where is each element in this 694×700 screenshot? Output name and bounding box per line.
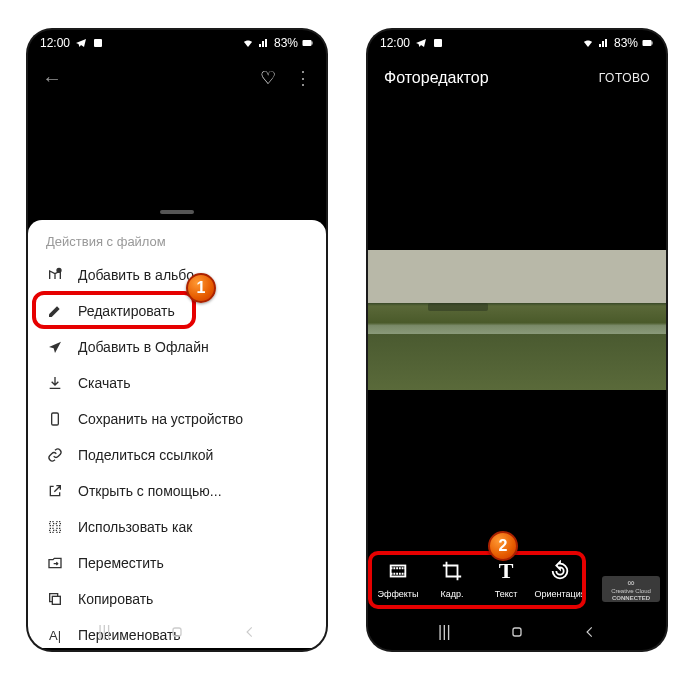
- highlight-edit: [32, 291, 196, 329]
- nav-bar: |||: [28, 614, 326, 650]
- phone-right: 12:00 83% Фоторедактор ГОТОВО 2 Эффекты: [368, 30, 666, 650]
- favorite-icon[interactable]: ♡: [260, 67, 276, 89]
- menu-share-link[interactable]: Поделиться ссылкой: [28, 437, 326, 473]
- wifi-icon: [582, 37, 595, 50]
- menu-download[interactable]: Скачать: [28, 365, 326, 401]
- menu-label: Скачать: [78, 375, 131, 391]
- phone-left: 12:00 83% ← ♡ ⋮ Действия с файлом Добави…: [28, 30, 326, 650]
- battery-text: 83%: [614, 36, 638, 50]
- status-bar: 12:00 83%: [368, 30, 666, 56]
- link-icon: [46, 446, 64, 464]
- signal-icon: [598, 37, 611, 50]
- creative-cloud-badge: ∞ Creative Cloud CONNECTED: [602, 576, 660, 602]
- menu-label: Добавить в Офлайн: [78, 339, 209, 355]
- cc-line1: Creative Cloud: [611, 588, 651, 595]
- signal-icon: [258, 37, 271, 50]
- done-button[interactable]: ГОТОВО: [599, 71, 650, 85]
- nav-home[interactable]: [167, 622, 187, 642]
- use-as-icon: [46, 518, 64, 536]
- sheet-title: Действия с файлом: [28, 234, 326, 257]
- move-icon: [46, 554, 64, 572]
- svg-rect-4: [52, 413, 59, 425]
- copy-icon: [46, 590, 64, 608]
- nav-home[interactable]: [507, 622, 527, 642]
- offline-icon: [46, 338, 64, 356]
- svg-rect-6: [173, 628, 181, 636]
- menu-move[interactable]: Переместить: [28, 545, 326, 581]
- telegram-icon: [414, 37, 427, 50]
- status-time: 12:00: [40, 36, 70, 50]
- download-icon: [46, 374, 64, 392]
- top-bar: ← ♡ ⋮: [28, 56, 326, 100]
- status-time: 12:00: [380, 36, 410, 50]
- nav-recent[interactable]: |||: [434, 622, 454, 642]
- telegram-icon: [74, 37, 87, 50]
- menu-label: Копировать: [78, 591, 153, 607]
- svg-rect-1: [303, 40, 312, 46]
- action-sheet: Действия с файлом Добавить в альбо... 1 …: [28, 220, 326, 648]
- menu-save-device[interactable]: Сохранить на устройство: [28, 401, 326, 437]
- svg-rect-5: [52, 596, 60, 604]
- menu-use-as[interactable]: Использовать как: [28, 509, 326, 545]
- save-device-icon: [46, 410, 64, 428]
- menu-label: Переместить: [78, 555, 164, 571]
- svg-rect-9: [652, 42, 653, 45]
- editor-title: Фоторедактор: [384, 69, 489, 87]
- menu-label: Поделиться ссылкой: [78, 447, 213, 463]
- battery-text: 83%: [274, 36, 298, 50]
- svg-rect-7: [434, 39, 442, 47]
- notification-icon: [91, 37, 104, 50]
- photo-preview[interactable]: [368, 250, 666, 390]
- badge-2: 2: [488, 531, 518, 561]
- nav-back[interactable]: [240, 622, 260, 642]
- svg-rect-2: [312, 42, 313, 45]
- menu-label: Открыть с помощью...: [78, 483, 222, 499]
- menu-label: Использовать как: [78, 519, 192, 535]
- svg-rect-11: [513, 628, 521, 636]
- notification-icon: [431, 37, 444, 50]
- back-icon[interactable]: ←: [42, 67, 62, 90]
- nav-bar: |||: [368, 614, 666, 650]
- svg-rect-8: [643, 40, 652, 46]
- nav-recent[interactable]: |||: [94, 622, 114, 642]
- badge-1: 1: [186, 273, 216, 303]
- more-icon[interactable]: ⋮: [294, 67, 312, 89]
- svg-point-3: [57, 268, 61, 272]
- wifi-icon: [242, 37, 255, 50]
- nav-back[interactable]: [580, 622, 600, 642]
- editor-header: Фоторедактор ГОТОВО: [368, 56, 666, 100]
- menu-add-album[interactable]: Добавить в альбо...: [28, 257, 326, 293]
- add-album-icon: [46, 266, 64, 284]
- menu-label: Сохранить на устройство: [78, 411, 243, 427]
- battery-icon: [301, 37, 314, 50]
- open-with-icon: [46, 482, 64, 500]
- menu-copy[interactable]: Копировать: [28, 581, 326, 617]
- highlight-tools: [368, 551, 586, 609]
- menu-edit[interactable]: 1 Редактировать: [28, 293, 326, 329]
- menu-offline[interactable]: Добавить в Офлайн: [28, 329, 326, 365]
- menu-open-with[interactable]: Открыть с помощью...: [28, 473, 326, 509]
- status-bar: 12:00 83%: [28, 30, 326, 56]
- sheet-handle[interactable]: [160, 210, 194, 214]
- battery-icon: [641, 37, 654, 50]
- svg-rect-0: [94, 39, 102, 47]
- editor-toolbar: 2 Эффекты Кадр. T Текст Ориентация ∞ Cre…: [368, 546, 666, 610]
- cc-line2: CONNECTED: [612, 595, 650, 602]
